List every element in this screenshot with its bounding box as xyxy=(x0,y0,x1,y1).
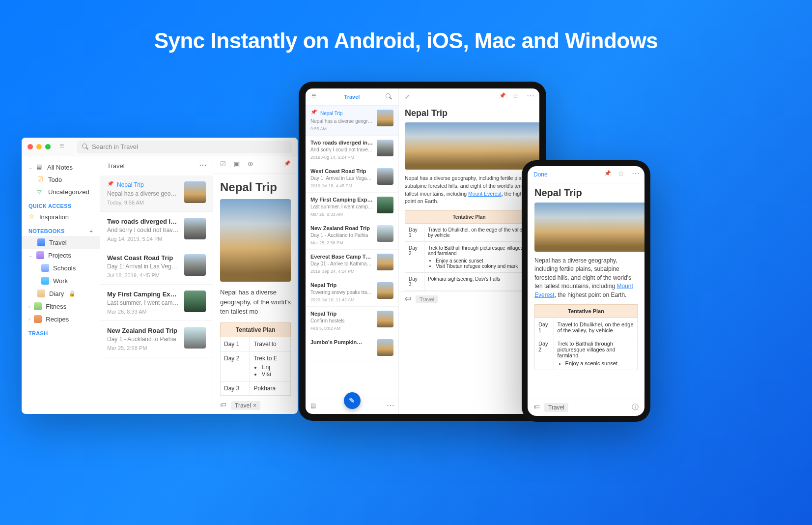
expand-icon[interactable] xyxy=(405,93,412,100)
tablet-footer: Travel xyxy=(399,291,539,307)
tag-chip[interactable]: Travel xyxy=(416,295,438,303)
info-icon[interactable] xyxy=(632,404,639,411)
tablet-editor-pane: Nepal Trip Nepal has a diverse geography… xyxy=(399,88,539,414)
note-card[interactable]: West Coast Road TripDay 1: Arrival in La… xyxy=(100,248,213,285)
sidebar-notebook[interactable]: ›Fitness xyxy=(22,300,100,313)
image-icon[interactable] xyxy=(234,161,241,168)
trash-label[interactable]: TRASH xyxy=(22,325,100,338)
done-button[interactable]: Done xyxy=(533,171,548,178)
lock-icon: 🔒 xyxy=(69,291,76,297)
checklist-icon[interactable] xyxy=(220,161,227,168)
notes-icon[interactable] xyxy=(310,403,317,410)
minimize-icon[interactable] xyxy=(36,144,42,149)
note-body[interactable]: Nepal has a diverse geography, of the wo… xyxy=(220,282,291,322)
note-card[interactable]: My First Camping ExperienceLast summer, … xyxy=(306,193,398,221)
tag-chip[interactable]: Travel× xyxy=(231,401,260,410)
note-card[interactable]: Two roads diverged in a …And sorry I cou… xyxy=(100,212,213,248)
everest-link[interactable]: Mount Everest xyxy=(468,191,502,197)
sidebar-notebook[interactable]: ›Recipes xyxy=(22,313,100,325)
note-card[interactable]: Nepal TripTowering snowy peaks trace th…… xyxy=(306,278,398,307)
note-card[interactable]: Jumbo's Pumpkin… xyxy=(306,335,398,360)
star-icon[interactable] xyxy=(618,171,625,178)
hero-title: Sync Instantly on Android, iOS, Mac and … xyxy=(0,0,812,53)
plan-table: Tentative Plan Day 1Travel to Dhulikhel,… xyxy=(534,304,638,370)
window-controls[interactable] xyxy=(28,144,51,149)
note-card[interactable]: Nepal TripNepal has a diverse geo…Today,… xyxy=(100,175,213,212)
tag-add-icon[interactable] xyxy=(405,296,412,303)
sidebar-all-notes[interactable]: ⌄ All Notes xyxy=(22,161,100,174)
notebook-icon xyxy=(37,290,45,297)
note-card[interactable]: West Coast Road TripDay 1: Arrival in La… xyxy=(306,164,398,193)
note-card[interactable]: Nepal TripNepal has a diverse geography,… xyxy=(306,106,398,136)
more-icon[interactable] xyxy=(387,403,393,410)
notebook-icon xyxy=(41,264,49,272)
note-card[interactable]: Everest Base Camp TrekDay 01 - Arrive to… xyxy=(306,250,398,278)
note-title[interactable]: Nepal Trip xyxy=(220,174,291,199)
sidebar-uncategorized[interactable]: Uncategorized xyxy=(22,186,100,198)
tag-add-icon[interactable] xyxy=(220,402,227,409)
notebooks-label[interactable]: NOTEBOOKS xyxy=(22,223,100,236)
tablet-toolbar xyxy=(399,88,539,105)
note-thumbnail xyxy=(377,140,393,156)
plan-day: Day 3 xyxy=(221,381,250,395)
sidebar-inspiration[interactable]: Inspiration xyxy=(22,211,100,223)
filter-icon xyxy=(37,189,44,196)
notelist-title: Travel xyxy=(107,162,125,170)
note-hero-image xyxy=(405,122,539,170)
note-card[interactable]: Two roads diverged in a yello…And sorry … xyxy=(306,136,398,164)
sidebar-todo[interactable]: Todo xyxy=(22,174,100,186)
note-body[interactable]: Nepal has a diverse geography, including… xyxy=(399,170,539,210)
plan-header: Tentative Plan xyxy=(405,211,533,224)
note-thumbnail xyxy=(377,339,393,356)
sidebar-notebook[interactable]: ⌄Projects xyxy=(22,249,100,262)
notelist-header: Travel xyxy=(100,156,213,175)
editor-toolbar xyxy=(213,156,298,174)
close-icon[interactable] xyxy=(28,144,33,149)
note-list: Travel Nepal TripNepal has a diverse geo… xyxy=(100,156,213,414)
note-card[interactable]: My First Camping Experi…Last summer, I w… xyxy=(100,285,213,321)
pin-icon[interactable] xyxy=(604,171,611,178)
note-thumbnail xyxy=(377,110,393,126)
search-icon[interactable] xyxy=(386,93,392,100)
sidebar-notebook[interactable]: Travel xyxy=(22,236,100,249)
note-card[interactable]: Nepal TripConfirm hostelsFeb 5, 8:02 AM xyxy=(306,307,398,335)
zoom-icon[interactable] xyxy=(45,144,51,149)
compose-button[interactable]: ✎ xyxy=(344,392,361,409)
tag-add-icon[interactable] xyxy=(533,404,540,411)
hamburger-icon[interactable] xyxy=(311,93,318,100)
more-icon[interactable] xyxy=(632,171,639,178)
search-input[interactable]: Search in Travel xyxy=(77,141,292,153)
sidebar: ⌄ All Notes Todo Uncategorized QUICK ACC… xyxy=(22,156,100,414)
note-card[interactable]: New Zealand Road TripDay 1 - Auckland to… xyxy=(100,321,213,357)
sidebar-notebook[interactable]: Schools xyxy=(22,262,100,274)
phone-device: Done Nepal Trip Nepal has a diverse geog… xyxy=(522,160,650,422)
note-thumbnail xyxy=(377,197,393,213)
tag-chip[interactable]: Travel xyxy=(544,403,568,412)
plan-day: Day 1 xyxy=(221,337,250,351)
pin-icon[interactable] xyxy=(499,93,506,100)
sidebar-notebook[interactable]: Diary🔒 xyxy=(22,287,100,300)
note-card[interactable]: New Zealand Road TripDay 1 - Auckland to… xyxy=(306,221,398,250)
note-thumbnail xyxy=(377,311,393,327)
more-icon[interactable] xyxy=(527,93,533,100)
note-body[interactable]: Nepal has a diverse geography, including… xyxy=(528,252,644,304)
hamburger-icon[interactable] xyxy=(59,144,66,150)
plan-table: Tentative Plan Day 1Travel to Dhulikhel,… xyxy=(405,210,533,291)
more-icon[interactable] xyxy=(199,163,206,170)
note-title[interactable]: Nepal Trip xyxy=(399,105,539,122)
editor-footer: Travel× xyxy=(213,397,298,414)
sidebar-item-label: Uncategorized xyxy=(48,188,89,196)
plan-cell: Pokhara xyxy=(250,381,291,395)
pin-icon[interactable] xyxy=(284,161,291,168)
sidebar-notebook[interactable]: Work xyxy=(22,274,100,287)
note-hero-image xyxy=(534,203,644,252)
sidebar-item-label: Work xyxy=(53,277,68,285)
note-title[interactable]: Nepal Trip xyxy=(528,183,644,203)
star-icon xyxy=(28,214,35,221)
note-thumbnail xyxy=(184,218,206,239)
desktop-window: Search in Travel ⌄ All Notes Todo Uncate… xyxy=(22,138,298,414)
add-icon[interactable] xyxy=(248,161,254,168)
star-icon[interactable] xyxy=(513,93,520,100)
window-titlebar: Search in Travel xyxy=(22,138,298,156)
notebook-icon xyxy=(37,238,45,246)
